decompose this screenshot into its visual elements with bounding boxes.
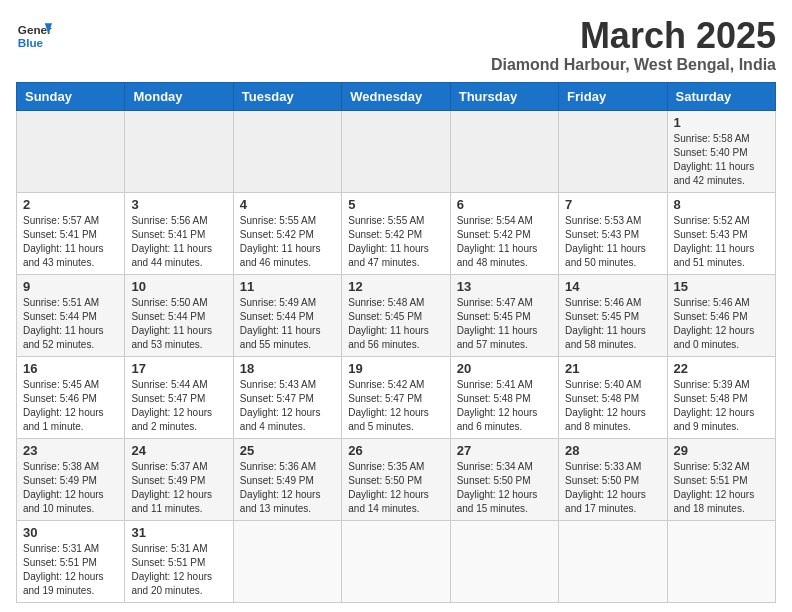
calendar-cell: 2Sunrise: 5:57 AM Sunset: 5:41 PM Daylig…	[17, 192, 125, 274]
day-info: Sunrise: 5:42 AM Sunset: 5:47 PM Dayligh…	[348, 378, 443, 434]
calendar-cell	[17, 110, 125, 192]
day-info: Sunrise: 5:38 AM Sunset: 5:49 PM Dayligh…	[23, 460, 118, 516]
weekday-header-saturday: Saturday	[667, 82, 775, 110]
calendar-cell: 12Sunrise: 5:48 AM Sunset: 5:45 PM Dayli…	[342, 274, 450, 356]
day-number: 6	[457, 197, 552, 212]
day-number: 16	[23, 361, 118, 376]
calendar-cell: 21Sunrise: 5:40 AM Sunset: 5:48 PM Dayli…	[559, 356, 667, 438]
day-info: Sunrise: 5:46 AM Sunset: 5:45 PM Dayligh…	[565, 296, 660, 352]
day-number: 17	[131, 361, 226, 376]
calendar-cell: 8Sunrise: 5:52 AM Sunset: 5:43 PM Daylig…	[667, 192, 775, 274]
weekday-header-thursday: Thursday	[450, 82, 558, 110]
day-info: Sunrise: 5:43 AM Sunset: 5:47 PM Dayligh…	[240, 378, 335, 434]
weekday-header-friday: Friday	[559, 82, 667, 110]
day-number: 9	[23, 279, 118, 294]
day-info: Sunrise: 5:31 AM Sunset: 5:51 PM Dayligh…	[131, 542, 226, 598]
calendar-cell: 27Sunrise: 5:34 AM Sunset: 5:50 PM Dayli…	[450, 438, 558, 520]
day-info: Sunrise: 5:52 AM Sunset: 5:43 PM Dayligh…	[674, 214, 769, 270]
weekday-header-wednesday: Wednesday	[342, 82, 450, 110]
calendar-cell: 17Sunrise: 5:44 AM Sunset: 5:47 PM Dayli…	[125, 356, 233, 438]
day-info: Sunrise: 5:49 AM Sunset: 5:44 PM Dayligh…	[240, 296, 335, 352]
calendar-cell: 20Sunrise: 5:41 AM Sunset: 5:48 PM Dayli…	[450, 356, 558, 438]
day-number: 2	[23, 197, 118, 212]
logo-icon: General Blue	[16, 16, 52, 52]
day-number: 23	[23, 443, 118, 458]
day-number: 30	[23, 525, 118, 540]
calendar-cell: 6Sunrise: 5:54 AM Sunset: 5:42 PM Daylig…	[450, 192, 558, 274]
calendar-week-row: 30Sunrise: 5:31 AM Sunset: 5:51 PM Dayli…	[17, 520, 776, 602]
calendar-cell: 14Sunrise: 5:46 AM Sunset: 5:45 PM Dayli…	[559, 274, 667, 356]
day-number: 22	[674, 361, 769, 376]
day-number: 15	[674, 279, 769, 294]
svg-text:Blue: Blue	[18, 36, 44, 49]
day-number: 5	[348, 197, 443, 212]
calendar-cell: 30Sunrise: 5:31 AM Sunset: 5:51 PM Dayli…	[17, 520, 125, 602]
calendar-cell: 16Sunrise: 5:45 AM Sunset: 5:46 PM Dayli…	[17, 356, 125, 438]
day-number: 13	[457, 279, 552, 294]
calendar-cell	[125, 110, 233, 192]
day-number: 1	[674, 115, 769, 130]
day-number: 3	[131, 197, 226, 212]
day-number: 31	[131, 525, 226, 540]
calendar-cell	[559, 520, 667, 602]
calendar-cell	[450, 110, 558, 192]
calendar-cell: 29Sunrise: 5:32 AM Sunset: 5:51 PM Dayli…	[667, 438, 775, 520]
day-number: 14	[565, 279, 660, 294]
calendar-cell: 25Sunrise: 5:36 AM Sunset: 5:49 PM Dayli…	[233, 438, 341, 520]
calendar-cell: 9Sunrise: 5:51 AM Sunset: 5:44 PM Daylig…	[17, 274, 125, 356]
logo: General Blue	[16, 16, 52, 52]
calendar-cell: 28Sunrise: 5:33 AM Sunset: 5:50 PM Dayli…	[559, 438, 667, 520]
calendar-cell: 4Sunrise: 5:55 AM Sunset: 5:42 PM Daylig…	[233, 192, 341, 274]
day-info: Sunrise: 5:32 AM Sunset: 5:51 PM Dayligh…	[674, 460, 769, 516]
weekday-header-monday: Monday	[125, 82, 233, 110]
day-number: 19	[348, 361, 443, 376]
calendar-cell: 5Sunrise: 5:55 AM Sunset: 5:42 PM Daylig…	[342, 192, 450, 274]
calendar-cell: 23Sunrise: 5:38 AM Sunset: 5:49 PM Dayli…	[17, 438, 125, 520]
day-info: Sunrise: 5:51 AM Sunset: 5:44 PM Dayligh…	[23, 296, 118, 352]
calendar-cell	[559, 110, 667, 192]
calendar-cell: 24Sunrise: 5:37 AM Sunset: 5:49 PM Dayli…	[125, 438, 233, 520]
day-info: Sunrise: 5:48 AM Sunset: 5:45 PM Dayligh…	[348, 296, 443, 352]
calendar-week-row: 9Sunrise: 5:51 AM Sunset: 5:44 PM Daylig…	[17, 274, 776, 356]
calendar-cell: 15Sunrise: 5:46 AM Sunset: 5:46 PM Dayli…	[667, 274, 775, 356]
calendar-cell: 19Sunrise: 5:42 AM Sunset: 5:47 PM Dayli…	[342, 356, 450, 438]
calendar-cell	[667, 520, 775, 602]
day-number: 12	[348, 279, 443, 294]
day-number: 20	[457, 361, 552, 376]
calendar-cell	[342, 520, 450, 602]
day-info: Sunrise: 5:58 AM Sunset: 5:40 PM Dayligh…	[674, 132, 769, 188]
day-info: Sunrise: 5:40 AM Sunset: 5:48 PM Dayligh…	[565, 378, 660, 434]
calendar-cell: 31Sunrise: 5:31 AM Sunset: 5:51 PM Dayli…	[125, 520, 233, 602]
day-number: 18	[240, 361, 335, 376]
weekday-header-row: SundayMondayTuesdayWednesdayThursdayFrid…	[17, 82, 776, 110]
calendar-cell	[342, 110, 450, 192]
calendar-cell	[450, 520, 558, 602]
day-info: Sunrise: 5:47 AM Sunset: 5:45 PM Dayligh…	[457, 296, 552, 352]
calendar-week-row: 16Sunrise: 5:45 AM Sunset: 5:46 PM Dayli…	[17, 356, 776, 438]
day-number: 24	[131, 443, 226, 458]
day-info: Sunrise: 5:50 AM Sunset: 5:44 PM Dayligh…	[131, 296, 226, 352]
day-info: Sunrise: 5:54 AM Sunset: 5:42 PM Dayligh…	[457, 214, 552, 270]
calendar-week-row: 1Sunrise: 5:58 AM Sunset: 5:40 PM Daylig…	[17, 110, 776, 192]
calendar-cell: 26Sunrise: 5:35 AM Sunset: 5:50 PM Dayli…	[342, 438, 450, 520]
calendar-cell: 13Sunrise: 5:47 AM Sunset: 5:45 PM Dayli…	[450, 274, 558, 356]
day-number: 25	[240, 443, 335, 458]
day-number: 26	[348, 443, 443, 458]
day-number: 7	[565, 197, 660, 212]
calendar-cell: 11Sunrise: 5:49 AM Sunset: 5:44 PM Dayli…	[233, 274, 341, 356]
day-info: Sunrise: 5:36 AM Sunset: 5:49 PM Dayligh…	[240, 460, 335, 516]
day-number: 4	[240, 197, 335, 212]
day-info: Sunrise: 5:35 AM Sunset: 5:50 PM Dayligh…	[348, 460, 443, 516]
calendar-cell	[233, 520, 341, 602]
day-info: Sunrise: 5:41 AM Sunset: 5:48 PM Dayligh…	[457, 378, 552, 434]
day-number: 21	[565, 361, 660, 376]
calendar-cell: 10Sunrise: 5:50 AM Sunset: 5:44 PM Dayli…	[125, 274, 233, 356]
title-area: March 2025 Diamond Harbour, West Bengal,…	[491, 16, 776, 74]
day-info: Sunrise: 5:57 AM Sunset: 5:41 PM Dayligh…	[23, 214, 118, 270]
day-info: Sunrise: 5:56 AM Sunset: 5:41 PM Dayligh…	[131, 214, 226, 270]
day-info: Sunrise: 5:33 AM Sunset: 5:50 PM Dayligh…	[565, 460, 660, 516]
month-title: March 2025	[491, 16, 776, 56]
calendar-cell: 22Sunrise: 5:39 AM Sunset: 5:48 PM Dayli…	[667, 356, 775, 438]
calendar-week-row: 23Sunrise: 5:38 AM Sunset: 5:49 PM Dayli…	[17, 438, 776, 520]
location-title: Diamond Harbour, West Bengal, India	[491, 56, 776, 74]
